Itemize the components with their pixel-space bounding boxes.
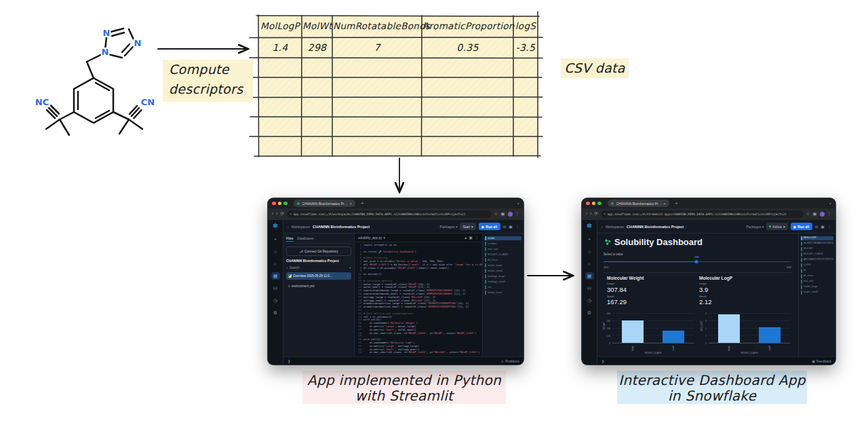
share-icon[interactable]: ⧉ <box>815 225 818 229</box>
layout-icon[interactable]: ▣ <box>821 225 825 229</box>
run-all-button[interactable]: ▶Run all <box>791 223 813 230</box>
tab-files[interactable]: Files <box>286 236 294 242</box>
chart-plot-area[interactable] <box>612 314 694 344</box>
address-bar[interactable]: • app.snowflake.com/…/#/streamlit-apps/C… <box>601 210 804 218</box>
address-bar[interactable]: • app.snowflake.com/…/#/workspaces/CHANI… <box>287 210 492 218</box>
activity-icon[interactable]: ◷ <box>271 297 280 304</box>
console-icon[interactable]: ❯ <box>601 359 604 363</box>
variable-item[interactable]: df <box>801 269 833 273</box>
refresh-icon[interactable]: ⟳ <box>280 212 283 217</box>
outline-item[interactable]: MOLWT_CLASS <box>485 253 521 257</box>
outline-item[interactable]: df_class <box>485 258 521 262</box>
activity-icon[interactable]: ◷ <box>585 297 594 304</box>
code-editor[interactable]: solubility_app.py ▾ ▴ ▣ ⋮ 1import stream… <box>355 234 482 356</box>
share-icon[interactable]: ⧉ <box>503 225 506 229</box>
active-status-button[interactable]: Active ▾ <box>766 223 787 230</box>
packages-dropdown[interactable]: Packages ▾ <box>440 225 458 229</box>
tab-databases[interactable]: Databases <box>298 236 314 242</box>
data-icon[interactable]: ⛁ <box>271 284 280 292</box>
tab-close-icon[interactable]: × <box>350 202 353 206</box>
close-window-button[interactable] <box>272 202 276 206</box>
forward-icon[interactable]: › <box>276 212 277 217</box>
variable-item[interactable]: df_class <box>801 274 833 278</box>
slider-handle[interactable] <box>695 260 698 263</box>
forward-icon[interactable]: › <box>590 212 591 217</box>
more-menu-icon[interactable]: ⋮ <box>827 225 831 229</box>
file-item-selected[interactable]: Overview 2025-05-29 11:0… ⋮ <box>286 272 351 280</box>
collapse-icon[interactable]: ▴ <box>465 236 467 240</box>
minimize-window-button[interactable] <box>278 202 282 206</box>
variable-item[interactable]: AROMATICPROPORTION <box>801 258 833 262</box>
editor-menu-icon[interactable]: ⋮ <box>475 236 479 240</box>
create-icon[interactable]: + <box>585 236 594 243</box>
bar-large[interactable] <box>718 314 739 343</box>
problems-label[interactable]: Problems <box>505 359 519 363</box>
maximize-window-button[interactable] <box>283 202 288 206</box>
run-all-button[interactable]: ▶Run all <box>479 223 501 230</box>
file-item[interactable]: ≡ environment.yml <box>286 282 351 290</box>
profile-avatar[interactable] <box>820 212 825 217</box>
outline-item[interactable]: mollogp_small <box>485 280 521 284</box>
projects-icon[interactable]: ▦ <box>271 272 280 280</box>
add-file-icon[interactable]: + <box>349 265 351 270</box>
profile-avatar[interactable] <box>508 212 513 217</box>
variable-item[interactable]: MOLWT <box>801 247 833 251</box>
connect-git-button[interactable]: ⎇ Connect Git Repository <box>286 246 351 256</box>
more-menu-icon[interactable]: ⋮ <box>515 225 519 229</box>
outline-item[interactable]: molwt_large <box>485 263 521 267</box>
browser-tab[interactable]: ❄ CHANINN Bioinformatics Pr… × <box>608 200 670 207</box>
console-icon[interactable]: ❯ <box>288 359 290 363</box>
chart-plot-area[interactable] <box>709 314 790 344</box>
browser-menu-icon[interactable]: ⋮ <box>827 212 832 217</box>
new-tab-button[interactable]: + <box>675 201 678 206</box>
outline-item[interactable]: st.bar_chart <box>485 291 521 295</box>
start-button[interactable]: Start ▾ <box>460 223 475 230</box>
variable-item[interactable]: mol_size <box>801 280 833 284</box>
layout-icon[interactable]: ▣ <box>509 225 513 229</box>
bar-small[interactable] <box>759 327 780 343</box>
variable-item[interactable]: molwt_large <box>801 285 833 289</box>
editor-tab[interactable]: solubility_app.py ▾ <box>358 236 385 240</box>
variable-item[interactable]: MOLWT_CLASS <box>801 253 833 257</box>
back-chevron-icon[interactable]: ‹ <box>288 225 289 229</box>
variable-item[interactable]: MOLLOGP <box>801 236 833 240</box>
outline-item[interactable]: col <box>485 285 521 289</box>
outline-item[interactable]: molwt_small <box>485 269 521 273</box>
back-icon[interactable]: ‹ <box>586 212 587 217</box>
extensions-icon[interactable]: ▣ <box>812 212 816 217</box>
create-icon[interactable]: + <box>271 236 280 243</box>
outline-item[interactable]: mol_size <box>485 247 521 251</box>
feedback-label[interactable]: Feedback <box>816 359 831 363</box>
variable-item[interactable]: NUMROTATABLEBONDS <box>801 242 833 246</box>
variable-item[interactable]: LOGS <box>801 263 833 267</box>
outline-item[interactable]: st.slider <box>485 242 521 246</box>
variable-item[interactable]: molwt_small <box>801 291 833 295</box>
bookmark-icon[interactable]: ☆ <box>494 212 498 217</box>
refresh-icon[interactable]: ⟳ <box>594 212 597 217</box>
breadcrumb[interactable]: Workspaces <box>606 225 624 229</box>
browser-tab[interactable]: ❄ CHANINN Bioinformatics Pr… × <box>294 200 356 207</box>
search-icon[interactable]: ⌕ <box>271 260 280 267</box>
projects-icon[interactable]: ▦ <box>585 272 594 280</box>
close-window-button[interactable] <box>586 202 590 206</box>
tab-close-icon[interactable]: × <box>664 202 667 206</box>
breadcrumb[interactable]: Workspaces <box>292 225 310 229</box>
snowflake-logo-icon[interactable]: ❄ <box>273 223 278 229</box>
packages-dropdown[interactable]: Packages ▾ <box>746 225 764 229</box>
split-icon[interactable]: ▣ <box>469 236 473 240</box>
bar-large[interactable] <box>622 320 643 343</box>
new-tab-button[interactable]: + <box>361 201 364 206</box>
admin-icon[interactable]: ⚙ <box>585 309 594 316</box>
bar-small[interactable] <box>663 331 684 343</box>
minimize-window-button[interactable] <box>592 202 596 206</box>
file-search[interactable]: ⌕ Search + <box>286 265 351 270</box>
outline-item[interactable]: mollogp_large <box>485 274 521 278</box>
browser-menu-icon[interactable]: ⋮ <box>515 212 520 217</box>
data-icon[interactable]: ⛁ <box>585 284 594 292</box>
back-chevron-icon[interactable]: ‹ <box>601 225 603 229</box>
value-slider[interactable]: 298 <box>604 260 791 263</box>
outline-item[interactable]: st.title <box>485 236 521 240</box>
admin-icon[interactable]: ⚙ <box>271 309 280 316</box>
file-menu-icon[interactable]: ⋮ <box>346 274 349 278</box>
maximize-window-button[interactable] <box>597 202 601 206</box>
